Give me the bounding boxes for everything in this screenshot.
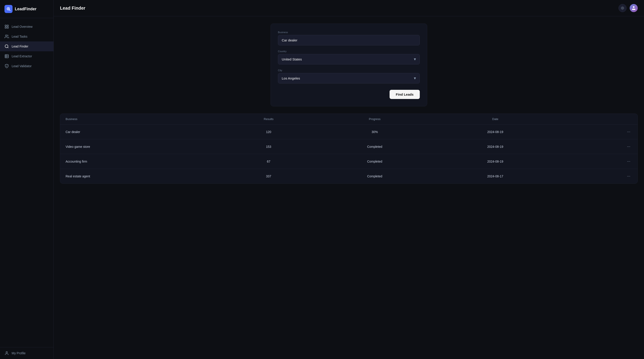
cell-business: Real estate agent bbox=[60, 169, 222, 184]
cell-actions: ··· bbox=[556, 125, 638, 139]
row-actions-button[interactable]: ··· bbox=[625, 143, 632, 150]
svg-point-14 bbox=[6, 351, 8, 353]
col-header-results: Results bbox=[222, 114, 315, 125]
sidebar-item-lead-validator[interactable]: Lead Validator bbox=[0, 61, 54, 71]
sidebar-item-lead-overview[interactable]: Lead Overview bbox=[0, 22, 54, 32]
content-area: Business Country United States Canada Un… bbox=[54, 16, 644, 359]
col-header-date: Date bbox=[434, 114, 556, 125]
find-leads-btn-container: Find Leads bbox=[278, 90, 420, 99]
cell-date: 2024-08-17 bbox=[434, 169, 556, 184]
table-row: Car dealer12030%2024-08-19··· bbox=[60, 125, 638, 139]
table-row: Real estate agent337Completed2024-08-17·… bbox=[60, 169, 638, 184]
finder-icon bbox=[4, 44, 9, 49]
svg-rect-6 bbox=[7, 27, 8, 29]
nav-menu: Lead Overview Lead Tasks L bbox=[0, 18, 54, 347]
avatar[interactable] bbox=[630, 4, 638, 12]
city-select[interactable]: Los Angeles New York Chicago Houston bbox=[278, 73, 420, 84]
cell-actions: ··· bbox=[556, 139, 638, 154]
logo-icon bbox=[4, 5, 12, 13]
svg-line-22 bbox=[621, 9, 622, 10]
city-select-wrapper: Los Angeles New York Chicago Houston ▼ bbox=[278, 73, 420, 84]
cell-actions: ··· bbox=[556, 169, 638, 184]
cell-business: Video game store bbox=[60, 139, 222, 154]
nav-label-extractor: Lead Extractor bbox=[12, 55, 32, 58]
row-actions-button[interactable]: ··· bbox=[625, 173, 632, 179]
svg-point-24 bbox=[633, 6, 634, 8]
table-header-row: Business Results Progress Date bbox=[60, 114, 638, 125]
col-header-progress: Progress bbox=[316, 114, 434, 125]
business-input[interactable] bbox=[278, 35, 420, 46]
table-row: Video game store153Completed2024-08-19··… bbox=[60, 139, 638, 154]
business-field-group: Business bbox=[278, 31, 420, 46]
country-field-group: Country United States Canada United King… bbox=[278, 50, 420, 65]
sidebar-item-lead-extractor[interactable]: Lead Extractor bbox=[0, 51, 54, 61]
nav-label-finder: Lead Finder bbox=[12, 45, 28, 48]
cell-results: 120 bbox=[222, 125, 315, 139]
svg-line-9 bbox=[8, 47, 8, 48]
results-table: Business Results Progress Date Car deale… bbox=[60, 114, 638, 183]
dashboard-icon bbox=[4, 25, 9, 29]
business-label: Business bbox=[278, 31, 420, 34]
header: Lead Finder bbox=[54, 0, 644, 16]
country-label: Country bbox=[278, 50, 420, 53]
page-title: Lead Finder bbox=[60, 6, 85, 11]
nav-label-overview: Lead Overview bbox=[12, 25, 32, 29]
validator-icon bbox=[4, 64, 9, 68]
cell-results: 67 bbox=[222, 154, 315, 169]
svg-point-15 bbox=[622, 7, 624, 9]
cell-date: 2024-08-19 bbox=[434, 154, 556, 169]
search-form-card: Business Country United States Canada Un… bbox=[270, 24, 427, 106]
sidebar-item-lead-tasks[interactable]: Lead Tasks bbox=[0, 32, 54, 42]
cell-progress: 30% bbox=[316, 125, 434, 139]
theme-toggle-button[interactable] bbox=[618, 4, 626, 12]
col-header-actions bbox=[556, 114, 638, 125]
my-profile-item[interactable]: My Profile bbox=[4, 351, 49, 355]
nav-label-validator: Lead Validator bbox=[12, 64, 32, 68]
row-actions-button[interactable]: ··· bbox=[625, 158, 632, 165]
country-select-wrapper: United States Canada United Kingdom Aust… bbox=[278, 54, 420, 65]
logo-area[interactable]: LeadFinder bbox=[0, 0, 54, 18]
cell-progress: Completed bbox=[316, 139, 434, 154]
cell-business: Accounting firm bbox=[60, 154, 222, 169]
table-row: Accounting firm67Completed2024-08-19··· bbox=[60, 154, 638, 169]
svg-line-1 bbox=[10, 10, 10, 11]
sidebar-item-lead-finder[interactable]: Lead Finder bbox=[0, 42, 54, 51]
sidebar: LeadFinder Lead Overview bbox=[0, 0, 54, 359]
header-actions bbox=[618, 4, 638, 12]
tasks-icon bbox=[4, 34, 9, 39]
svg-rect-5 bbox=[5, 27, 6, 29]
cell-progress: Completed bbox=[316, 169, 434, 184]
sidebar-bottom: My Profile bbox=[0, 347, 54, 359]
city-field-group: City Los Angeles New York Chicago Housto… bbox=[278, 69, 420, 84]
country-select[interactable]: United States Canada United Kingdom Aust… bbox=[278, 54, 420, 65]
my-profile-label: My Profile bbox=[12, 351, 26, 355]
svg-point-8 bbox=[5, 45, 8, 48]
svg-rect-3 bbox=[5, 25, 6, 27]
row-actions-button[interactable]: ··· bbox=[625, 129, 632, 135]
cell-business: Car dealer bbox=[60, 125, 222, 139]
cell-date: 2024-08-19 bbox=[434, 139, 556, 154]
svg-point-2 bbox=[8, 8, 9, 10]
svg-line-18 bbox=[621, 7, 622, 7]
cell-results: 153 bbox=[222, 139, 315, 154]
col-header-business: Business bbox=[60, 114, 222, 125]
svg-point-7 bbox=[5, 35, 7, 37]
main-content: Lead Finder bbox=[54, 0, 644, 359]
cell-results: 337 bbox=[222, 169, 315, 184]
find-leads-button[interactable]: Find Leads bbox=[390, 90, 420, 99]
nav-label-tasks: Lead Tasks bbox=[12, 35, 28, 38]
results-table-container: Business Results Progress Date Car deale… bbox=[60, 114, 638, 184]
svg-rect-4 bbox=[7, 25, 8, 27]
svg-rect-10 bbox=[5, 55, 8, 58]
city-label: City bbox=[278, 69, 420, 72]
profile-icon bbox=[4, 351, 9, 355]
cell-date: 2024-08-19 bbox=[434, 125, 556, 139]
cell-progress: Completed bbox=[316, 154, 434, 169]
app-name: LeadFinder bbox=[15, 7, 36, 12]
extractor-icon bbox=[4, 54, 9, 59]
cell-actions: ··· bbox=[556, 154, 638, 169]
